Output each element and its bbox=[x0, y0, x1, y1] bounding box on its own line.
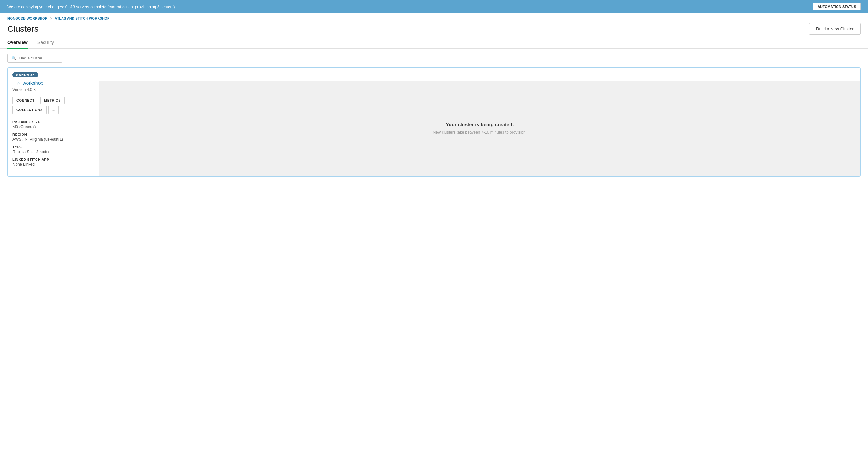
action-buttons: CONNECT METRICS COLLECTIONS ··· bbox=[12, 97, 94, 114]
type-label: TYPE bbox=[12, 145, 94, 149]
deployment-banner: We are deploying your changes: 0 of 3 se… bbox=[0, 0, 868, 13]
tab-security[interactable]: Security bbox=[37, 40, 54, 49]
instance-size-section: INSTANCE SIZE M0 (General) bbox=[12, 120, 94, 129]
breadcrumb-part1[interactable]: MONGODB WORKSHOP bbox=[7, 17, 47, 20]
card-right: Your cluster is being created. New clust… bbox=[99, 81, 860, 176]
breadcrumb-separator: > bbox=[50, 17, 52, 20]
cluster-version: Version 4.0.8 bbox=[12, 87, 94, 92]
card-body: —◇ workshop Version 4.0.8 CONNECT METRIC… bbox=[8, 81, 860, 176]
metrics-button[interactable]: METRICS bbox=[40, 97, 65, 104]
tabs: Overview Security bbox=[0, 35, 868, 49]
creating-title: Your cluster is being created. bbox=[446, 122, 514, 128]
cluster-name: —◇ workshop bbox=[12, 81, 94, 86]
connect-button[interactable]: CONNECT bbox=[12, 97, 38, 104]
sandbox-badge: SANDBOX bbox=[12, 72, 38, 78]
cluster-card: SANDBOX —◇ workshop Version 4.0.8 CONNEC… bbox=[7, 67, 861, 177]
more-options-button[interactable]: ··· bbox=[49, 106, 59, 114]
instance-size-label: INSTANCE SIZE bbox=[12, 120, 94, 124]
collections-button[interactable]: COLLECTIONS bbox=[12, 106, 46, 114]
breadcrumb: MONGODB WORKSHOP > ATLAS AND STITCH WORK… bbox=[0, 13, 868, 21]
type-section: TYPE Replica Set - 3 nodes bbox=[12, 145, 94, 154]
banner-text: We are deploying your changes: 0 of 3 se… bbox=[7, 5, 808, 9]
search-icon: 🔍 bbox=[11, 56, 16, 60]
page-title: Clusters bbox=[7, 24, 39, 34]
card-left: —◇ workshop Version 4.0.8 CONNECT METRIC… bbox=[8, 81, 99, 176]
type-value: Replica Set - 3 nodes bbox=[12, 149, 94, 154]
automation-status-button[interactable]: AUTOMATION STATUS bbox=[813, 3, 861, 10]
tab-overview[interactable]: Overview bbox=[7, 40, 28, 49]
page-header: Clusters Build a New Cluster bbox=[0, 21, 868, 35]
cluster-name-text[interactable]: workshop bbox=[23, 81, 43, 86]
breadcrumb-part2[interactable]: ATLAS AND STITCH WORKSHOP bbox=[55, 17, 110, 20]
creating-subtitle: New clusters take between 7-10 minutes t… bbox=[433, 130, 527, 135]
region-section: REGION AWS / N. Virginia (us-east-1) bbox=[12, 133, 94, 142]
linked-app-value: None Linked bbox=[12, 162, 94, 167]
linked-app-section: LINKED STITCH APP None Linked bbox=[12, 158, 94, 167]
build-cluster-button[interactable]: Build a New Cluster bbox=[809, 23, 861, 35]
search-bar: 🔍 bbox=[0, 49, 868, 67]
search-input[interactable] bbox=[19, 56, 55, 60]
region-label: REGION bbox=[12, 133, 94, 136]
search-box: 🔍 bbox=[7, 54, 62, 62]
instance-size-value: M0 (General) bbox=[12, 124, 94, 129]
linked-app-label: LINKED STITCH APP bbox=[12, 158, 94, 161]
region-value: AWS / N. Virginia (us-east-1) bbox=[12, 137, 94, 142]
connection-icon: —◇ bbox=[12, 81, 20, 86]
